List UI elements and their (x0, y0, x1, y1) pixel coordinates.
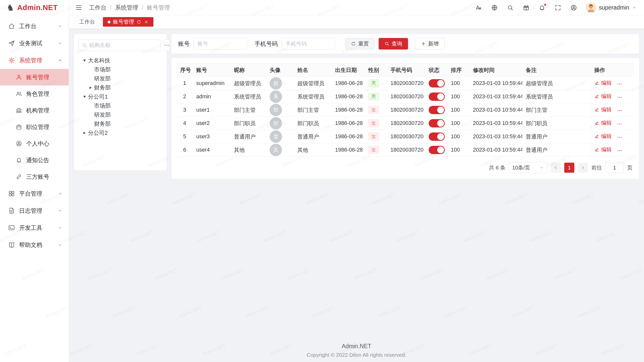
cell-status (425, 90, 447, 103)
phone-filter-input[interactable] (282, 38, 335, 50)
menu-icon (75, 4, 83, 11)
bell-button[interactable] (539, 4, 545, 11)
cell-account: user1 (193, 103, 230, 117)
goto-page-input[interactable] (606, 162, 624, 173)
account-filter-input[interactable] (194, 38, 247, 50)
edit-button[interactable]: 编辑 (594, 106, 612, 113)
edit-button[interactable]: 编辑 (594, 133, 612, 140)
globe-button[interactable] (491, 4, 498, 11)
sidebar-item[interactable]: 平台管理 (0, 185, 69, 202)
search-icon (384, 41, 389, 46)
org-search-input[interactable] (89, 42, 157, 48)
breadcrumb-item[interactable]: 工作台 (89, 4, 106, 12)
page-size-select[interactable]: 10条/页 (509, 162, 547, 173)
profile-button[interactable] (570, 4, 577, 11)
sidebar-item[interactable]: 日志管理 (0, 202, 69, 219)
tree-node[interactable]: 分公司1 (78, 92, 162, 101)
row-more-button[interactable] (617, 121, 622, 127)
filter-buttons: 重置 查询 新增 (345, 38, 445, 50)
sidebar-subitem[interactable]: 通知公告 (0, 152, 69, 168)
avatar-face-icon (586, 3, 596, 13)
tree-caret (87, 66, 94, 73)
gift-button[interactable] (523, 4, 530, 11)
tree-caret (87, 111, 94, 118)
row-more-button[interactable] (617, 148, 622, 153)
edit-icon (594, 147, 599, 152)
ellipsis-icon (617, 81, 622, 87)
sidebar-item[interactable]: 帮助文档 (0, 236, 69, 253)
cell-phone: 18020030720 (387, 130, 425, 143)
tab-item[interactable]: 工作台 (74, 17, 100, 27)
cell-gender: 女 (365, 117, 387, 130)
gift-icon (523, 4, 530, 11)
sidebar-item[interactable]: 业务测试 (0, 35, 69, 52)
sidebar-item[interactable]: 工作台 (0, 18, 69, 35)
status-toggle[interactable] (429, 132, 445, 141)
edit-button[interactable]: 编辑 (594, 119, 612, 126)
tab-item[interactable]: 账号管理 (103, 17, 153, 27)
row-more-button[interactable] (617, 81, 622, 87)
caret-right-icon (84, 132, 86, 134)
tree-node[interactable]: 市场部 (78, 65, 162, 74)
sidebar-subitem[interactable]: 角色管理 (0, 85, 69, 102)
tree-more-button[interactable] (164, 39, 170, 51)
cell-phone: 18020030720 (387, 77, 425, 90)
status-toggle[interactable] (429, 79, 445, 87)
tree-node[interactable]: 大名科技 (78, 56, 162, 65)
sidebar-item-label: 业务测试 (19, 39, 42, 47)
status-toggle[interactable] (429, 93, 445, 101)
tree-node[interactable]: 研发部 (78, 74, 162, 83)
font-size-button[interactable] (475, 4, 482, 11)
refresh-icon[interactable] (137, 20, 141, 24)
row-more-button[interactable] (617, 95, 622, 100)
prev-page-button[interactable] (551, 163, 561, 173)
sidebar-subitem[interactable]: 职位管理 (0, 119, 69, 135)
row-more-button[interactable] (617, 108, 622, 113)
breadcrumb-separator: / (110, 4, 111, 11)
refresh-icon (351, 41, 356, 46)
sidebar-subitem[interactable]: 三方账号 (0, 168, 69, 185)
current-page-button[interactable]: 1 (564, 163, 574, 173)
column-header: 排序 (447, 63, 469, 77)
sidebar-item[interactable]: 开发工具 (0, 219, 69, 236)
edit-button[interactable]: 编辑 (594, 93, 612, 100)
row-more-button[interactable] (617, 134, 622, 140)
breadcrumb-item[interactable]: 系统管理 (115, 4, 138, 12)
search-button[interactable]: 查询 (379, 38, 408, 50)
collapse-sidebar-button[interactable] (75, 4, 83, 11)
fullscreen-button[interactable] (554, 4, 561, 11)
sidebar-subitem[interactable]: 个人中心 (0, 135, 69, 152)
reset-button[interactable]: 重置 (345, 38, 375, 50)
app-logo: Admin.NET (0, 0, 69, 15)
next-page-button[interactable] (578, 163, 588, 173)
search-button[interactable] (507, 4, 514, 11)
column-header: 操作 (591, 63, 634, 77)
add-button[interactable]: 新增 (415, 38, 445, 50)
edit-button[interactable]: 编辑 (594, 146, 612, 153)
tree-node[interactable]: 市场部 (78, 101, 162, 110)
tree-node[interactable]: 财务部 (78, 83, 162, 92)
close-icon[interactable] (144, 20, 149, 24)
edit-label: 编辑 (601, 146, 612, 153)
tree-node[interactable]: 财务部 (78, 119, 162, 128)
bank-icon (16, 107, 22, 114)
status-toggle[interactable] (429, 146, 445, 154)
user-menu[interactable]: superadmin (586, 2, 636, 13)
sidebar-item-label: 工作台 (19, 22, 36, 30)
cell-operations: 编辑 (591, 117, 634, 130)
gender-tag: 女 (368, 146, 379, 154)
tree-node[interactable]: 研发部 (78, 110, 162, 119)
breadcrumb-item[interactable]: 账号管理 (147, 4, 170, 12)
sidebar-subitem[interactable]: 机构管理 (0, 102, 69, 119)
edit-button[interactable]: 编辑 (594, 79, 612, 86)
status-toggle[interactable] (429, 119, 445, 127)
tree-node[interactable]: 分公司2 (78, 128, 162, 138)
status-toggle[interactable] (429, 106, 445, 114)
tree-caret (87, 84, 94, 91)
tab-label: 账号管理 (113, 18, 134, 25)
sidebar-subitem[interactable]: 账号管理 (0, 69, 69, 85)
avatar: 部 (270, 117, 282, 129)
sidebar-item[interactable]: 系统管理 (0, 52, 69, 69)
cell-birthdate: 1986-06-28 (332, 103, 365, 117)
goto-page-suffix: 页 (627, 164, 632, 171)
